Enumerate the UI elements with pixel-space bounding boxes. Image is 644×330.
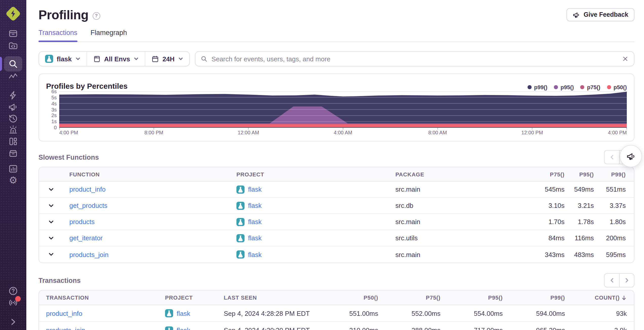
package-cell: src.main xyxy=(395,251,529,258)
sidebar-collapse-toggle[interactable] xyxy=(8,317,18,327)
project-link[interactable]: flask xyxy=(248,186,261,193)
legend-item-p99[interactable]: p99() xyxy=(528,84,548,90)
issues-icon xyxy=(8,28,18,39)
p75-cell: 3.10s xyxy=(529,202,565,209)
project-link[interactable]: flask xyxy=(177,326,190,330)
function-link[interactable]: get_iterator xyxy=(69,234,236,242)
function-link[interactable]: get_products xyxy=(69,202,236,209)
x-tick-label: 12:00 AM xyxy=(238,130,259,135)
slowest-prev-page-button[interactable] xyxy=(604,150,619,164)
environment-filter[interactable]: All Envs xyxy=(87,52,145,66)
chevron-right-icon xyxy=(624,277,630,283)
percentiles-plot: 6s5s4s3s2s1s0 4:00 PM8:00 PM12:00 AM4:00… xyxy=(46,91,627,137)
p75-cell: 1.70s xyxy=(529,218,565,226)
transaction-link[interactable]: product_info xyxy=(46,309,165,317)
p95-cell: 483ms xyxy=(565,251,594,258)
column-project: PROJECT xyxy=(236,171,395,177)
sidebar-item-user-feedback[interactable] xyxy=(8,102,18,112)
column-p99: P99() xyxy=(594,171,626,177)
column-count-sort[interactable]: COUNT() xyxy=(565,295,627,301)
clear-search-icon[interactable] xyxy=(622,55,629,62)
sidebar-item-insights[interactable] xyxy=(8,71,18,82)
package-cell: src.main xyxy=(395,218,529,226)
help-icon xyxy=(8,286,18,296)
sidebar-item-issues[interactable] xyxy=(8,28,18,39)
chevron-left-icon xyxy=(609,277,615,283)
environments-icon xyxy=(93,55,100,63)
sidebar-item-help[interactable] xyxy=(8,286,18,296)
date-range-filter-label: 24H xyxy=(163,55,175,63)
y-tick-label: 2s xyxy=(51,113,57,118)
x-tick-label: 4:00 AM xyxy=(334,130,352,135)
search-input[interactable] xyxy=(212,55,618,63)
org-avatar[interactable] xyxy=(6,6,21,21)
x-tick-label: 8:00 PM xyxy=(144,130,163,135)
p99-cell: 551ms xyxy=(594,186,626,193)
sidebar-item-replays[interactable] xyxy=(8,114,18,124)
tab-flamegraph[interactable]: Flamegraph xyxy=(91,29,127,42)
function-link[interactable]: product_info xyxy=(69,186,236,193)
function-link[interactable]: products_join xyxy=(69,251,236,258)
calendar-icon xyxy=(151,55,159,63)
table-row: products_join flask Sep 4, 2024 4:30:20 … xyxy=(39,322,634,330)
last-seen-cell: Sep 4, 2024 4:28:28 PM EDT xyxy=(224,309,316,317)
legend-item-p50[interactable]: p50() xyxy=(607,84,627,90)
sidebar-item-dashboards[interactable] xyxy=(8,136,18,146)
releases-archive-icon xyxy=(8,148,18,158)
floating-feedback-button[interactable] xyxy=(620,145,642,167)
transactions-prev-page-button[interactable] xyxy=(604,273,619,287)
sidebar-item-alerts[interactable] xyxy=(8,125,18,135)
give-feedback-button[interactable]: Give Feedback xyxy=(567,8,635,21)
chevron-down-icon xyxy=(75,56,80,61)
section-title-slowest-functions: Slowest Functions xyxy=(38,153,99,161)
p75-cell: 84ms xyxy=(529,234,565,242)
expand-row-button[interactable] xyxy=(47,201,55,210)
profiles-by-percentiles-panel: Profiles by Percentiles p99()p95()p75()p… xyxy=(38,74,634,141)
notification-dot xyxy=(15,296,21,302)
column-p95: P95() xyxy=(565,171,594,177)
column-p50: P50() xyxy=(316,295,378,301)
filter-bar: flask All Envs 24H xyxy=(38,51,634,66)
y-tick-label: 4s xyxy=(51,101,57,106)
expand-row-button[interactable] xyxy=(47,250,55,259)
project-link[interactable]: flask xyxy=(248,251,261,258)
stats-icon xyxy=(8,164,18,174)
x-tick-label: 4:00 PM xyxy=(59,130,78,135)
project-link[interactable]: flask xyxy=(248,234,261,242)
give-feedback-label: Give Feedback xyxy=(584,11,629,18)
transactions-next-page-button[interactable] xyxy=(619,273,634,287)
last-seen-cell: Sep 4, 2024 4:30:20 PM EDT xyxy=(224,326,316,330)
sidebar-item-stats[interactable] xyxy=(8,164,18,174)
chevron-down-icon xyxy=(47,218,55,226)
y-tick-label: 6s xyxy=(51,89,57,94)
legend-item-p75[interactable]: p75() xyxy=(580,84,600,90)
transaction-link[interactable]: products_join xyxy=(46,326,165,330)
p95-cell: 717.00ms xyxy=(440,326,503,330)
sidebar-item-projects[interactable] xyxy=(8,41,18,51)
project-link[interactable]: flask xyxy=(177,309,190,317)
percentiles-chart[interactable] xyxy=(59,91,627,130)
expand-row-button[interactable] xyxy=(47,234,55,242)
help-icon[interactable]: ? xyxy=(92,12,100,20)
chevron-left-icon xyxy=(609,154,615,160)
legend-item-p95[interactable]: p95() xyxy=(554,84,574,90)
project-filter[interactable]: flask xyxy=(39,52,87,66)
project-link[interactable]: flask xyxy=(248,218,261,226)
column-transaction: TRANSACTION xyxy=(46,295,165,301)
date-range-filter[interactable]: 24H xyxy=(145,52,189,66)
table-header-row: FUNCTION PROJECT PACKAGE P75() P95() P99… xyxy=(39,167,634,181)
project-link[interactable]: flask xyxy=(248,202,261,209)
collapse-chevron-icon xyxy=(8,317,18,327)
function-link[interactable]: products xyxy=(69,218,236,226)
expand-row-button[interactable] xyxy=(47,218,55,226)
p95-cell: 554.00ms xyxy=(440,309,503,317)
sidebar-item-releases[interactable] xyxy=(8,148,18,158)
tab-transactions[interactable]: Transactions xyxy=(38,29,77,42)
sentry-logo-icon xyxy=(5,6,21,22)
sidebar-item-performance[interactable] xyxy=(8,90,18,100)
sidebar-item-settings[interactable]: ⚙ xyxy=(8,175,18,186)
sidebar-item-explore[interactable] xyxy=(8,59,18,69)
p75-cell: 552.00ms xyxy=(378,309,440,317)
package-cell: src.utils xyxy=(395,234,529,242)
expand-row-button[interactable] xyxy=(47,185,55,193)
